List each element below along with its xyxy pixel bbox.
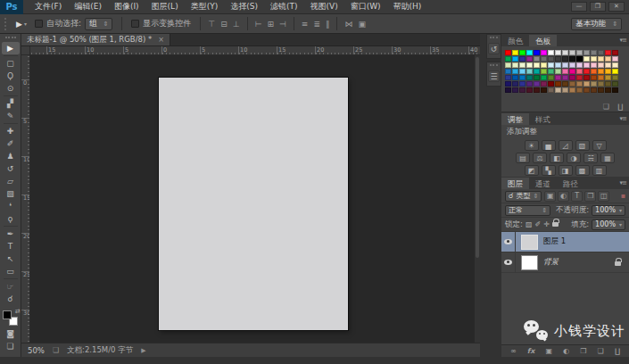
toolbar-drag-handle[interactable] bbox=[5, 37, 16, 38]
filter-toggle-pin-icon[interactable]: ▪ bbox=[621, 192, 625, 200]
swatch[interactable] bbox=[612, 87, 618, 93]
swatch[interactable] bbox=[505, 81, 511, 87]
pen-tool[interactable]: ✒ bbox=[2, 228, 20, 240]
quick-selection-tool[interactable]: ⊙ bbox=[2, 82, 20, 95]
swatch[interactable] bbox=[591, 87, 597, 93]
path-selection-tool[interactable]: ↖ bbox=[2, 252, 20, 265]
swatch[interactable] bbox=[555, 62, 561, 68]
align-left-edges-icon[interactable]: ⊢ bbox=[252, 15, 265, 33]
exposure-icon[interactable]: ▧ bbox=[575, 140, 590, 151]
swatch[interactable] bbox=[512, 62, 518, 68]
layer-style-fx-icon[interactable]: fx bbox=[527, 347, 535, 355]
swatch[interactable] bbox=[555, 50, 561, 55]
photo-filter-icon[interactable]: ◑ bbox=[567, 153, 581, 163]
swatch[interactable] bbox=[583, 87, 590, 93]
lock-transparent-pixels-icon[interactable]: ▨ bbox=[526, 220, 533, 228]
hand-tool[interactable]: ☞ bbox=[2, 280, 20, 293]
panel-drag-handle[interactable] bbox=[490, 37, 498, 38]
swatch[interactable] bbox=[505, 62, 511, 68]
swatch[interactable] bbox=[576, 87, 583, 93]
eraser-tool[interactable]: ▱ bbox=[2, 175, 20, 187]
vertical-scrollbar[interactable] bbox=[474, 55, 480, 343]
posterize-icon[interactable]: ▚ bbox=[542, 165, 556, 176]
opacity-input[interactable]: 100% ▾ bbox=[592, 205, 625, 216]
scrollbar-thumb[interactable] bbox=[476, 57, 479, 258]
document-tab[interactable]: 未标题-1 @ 50% (图层 1, RGB/8) * × bbox=[21, 34, 170, 46]
layer-name[interactable]: 背景 bbox=[543, 257, 559, 268]
lasso-tool[interactable]: Ϙ bbox=[2, 70, 20, 82]
swatch[interactable] bbox=[583, 81, 590, 87]
align-bottom-edges-icon[interactable]: ⊥ bbox=[230, 15, 243, 33]
tab-swatches[interactable]: 色板 bbox=[529, 35, 557, 46]
tab-layers[interactable]: 图层 bbox=[501, 178, 529, 189]
panel-menu-icon[interactable]: ▾≡ bbox=[620, 179, 626, 186]
foreground-color-well[interactable] bbox=[3, 310, 12, 319]
swatch[interactable] bbox=[562, 87, 568, 93]
menu-type[interactable]: 类型(Y) bbox=[185, 0, 225, 13]
tool-preset-picker[interactable]: ▶ ▾ bbox=[12, 20, 30, 29]
swatch[interactable] bbox=[534, 56, 540, 62]
swatch[interactable] bbox=[512, 87, 518, 93]
swatch[interactable] bbox=[569, 87, 575, 93]
swatch[interactable] bbox=[548, 50, 554, 55]
swatch[interactable] bbox=[526, 87, 533, 93]
swatch[interactable] bbox=[569, 50, 575, 55]
swatch[interactable] bbox=[583, 69, 590, 74]
swatch[interactable] bbox=[576, 50, 583, 55]
swatch[interactable] bbox=[598, 56, 604, 62]
swatch[interactable] bbox=[612, 62, 618, 68]
options-drag-handle[interactable] bbox=[4, 18, 8, 30]
swatch[interactable] bbox=[591, 69, 597, 74]
vibrance-icon[interactable]: ▽ bbox=[592, 140, 607, 151]
swatch[interactable] bbox=[612, 75, 618, 80]
new-group-icon[interactable]: ❒ bbox=[580, 347, 586, 355]
swatch[interactable] bbox=[505, 69, 511, 74]
visibility-toggle[interactable] bbox=[501, 232, 516, 252]
link-layers-icon[interactable]: ∞ bbox=[510, 347, 517, 355]
show-transform-checkbox[interactable] bbox=[131, 20, 139, 28]
swatch[interactable] bbox=[505, 87, 511, 93]
tab-color[interactable]: 颜色 bbox=[501, 35, 529, 46]
distribute-bottom-edges-icon[interactable]: ∥ bbox=[323, 15, 333, 33]
visibility-toggle[interactable] bbox=[501, 252, 516, 272]
distribute-top-edges-icon[interactable]: ≡ bbox=[299, 15, 311, 33]
screen-mode-button[interactable]: ❏ bbox=[2, 340, 20, 352]
swatch[interactable] bbox=[562, 50, 568, 55]
tab-styles[interactable]: 样式 bbox=[529, 113, 557, 125]
swatch[interactable] bbox=[534, 69, 540, 74]
selective-color-icon[interactable]: ▥ bbox=[592, 165, 607, 176]
swatch[interactable] bbox=[583, 62, 590, 68]
filter-smart-objects-icon[interactable]: ◫ bbox=[598, 191, 609, 202]
swap-colors-icon[interactable]: ⇄ bbox=[15, 308, 21, 315]
zoom-tool[interactable]: ☌ bbox=[2, 293, 20, 305]
vertical-ruler[interactable]: 051015202530 bbox=[21, 55, 30, 343]
swatch[interactable] bbox=[591, 75, 597, 80]
lock-image-pixels-icon[interactable]: ✐ bbox=[534, 220, 541, 228]
swatch[interactable] bbox=[548, 56, 554, 62]
swatch[interactable] bbox=[562, 62, 568, 68]
swatch[interactable] bbox=[519, 75, 526, 80]
quick-mask-button[interactable]: ◙ bbox=[2, 327, 20, 340]
swatch[interactable] bbox=[612, 56, 618, 62]
rectangle-tool[interactable]: ▭ bbox=[2, 265, 20, 277]
add-layer-mask-icon[interactable]: ▣ bbox=[546, 347, 553, 355]
swatch[interactable] bbox=[534, 50, 540, 55]
new-swatch-icon[interactable]: ❏ bbox=[603, 103, 609, 111]
swatch[interactable] bbox=[541, 75, 547, 80]
layer-filter-type-dropdown[interactable]: ☌ 类型 ⇕ bbox=[505, 191, 542, 202]
swatch[interactable] bbox=[612, 50, 618, 55]
layer-thumbnail[interactable] bbox=[521, 255, 538, 270]
swatch[interactable] bbox=[569, 62, 575, 68]
history-panel-icon[interactable]: ↺ bbox=[488, 43, 500, 54]
close-button[interactable]: ✕ bbox=[608, 2, 625, 12]
swatch[interactable] bbox=[562, 75, 568, 80]
workspace-switcher[interactable]: 基本功能 ⇕ bbox=[571, 18, 622, 30]
swatch[interactable] bbox=[548, 62, 554, 68]
swatch[interactable] bbox=[505, 56, 511, 62]
swatch[interactable] bbox=[562, 69, 568, 74]
eyedropper-tool[interactable]: ✎ bbox=[2, 110, 20, 122]
swatch[interactable] bbox=[591, 81, 597, 87]
swatch[interactable] bbox=[576, 56, 583, 62]
distribute-horizontal-centers-icon[interactable]: ⋈ bbox=[342, 15, 355, 33]
menu-image[interactable]: 图像(I) bbox=[108, 0, 145, 13]
